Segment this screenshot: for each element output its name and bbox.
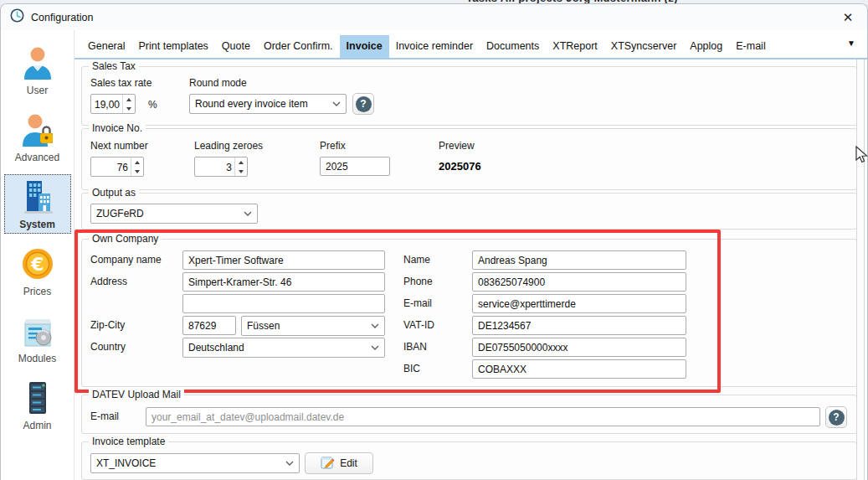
address-line1-input[interactable] — [182, 272, 385, 292]
tab-general[interactable]: General — [81, 35, 131, 58]
chevron-down-icon — [239, 211, 257, 216]
stepper-down-icon[interactable] — [123, 104, 135, 113]
zip-input[interactable] — [182, 316, 236, 335]
leading-zeroes-value: 3 — [195, 157, 234, 176]
tab-invoice[interactable]: Invoice — [340, 35, 389, 58]
next-number-label: Next number — [90, 140, 148, 152]
datev-help-button[interactable]: ? — [825, 406, 847, 428]
output-as-value: ZUGFeRD — [91, 208, 239, 219]
edit-button-label: Edit — [340, 457, 357, 469]
stepper-buttons[interactable] — [131, 157, 143, 176]
tab-print-templates[interactable]: Print templates — [131, 35, 214, 58]
scrollbar-track[interactable] — [856, 59, 865, 480]
tab-quote[interactable]: Quote — [215, 35, 257, 58]
leading-zeroes-stepper[interactable]: 3 — [194, 157, 248, 177]
edit-pencil-icon — [321, 455, 335, 472]
sidebar-item-modules[interactable]: Modules — [4, 308, 71, 368]
city-select[interactable]: Füssen — [241, 316, 385, 336]
invoice-settings-panel: Sales Tax Sales tax rate 19,00 % Round m… — [74, 58, 867, 480]
leading-zeroes-label: Leading zeroes — [194, 140, 263, 152]
stepper-up-icon[interactable] — [131, 157, 143, 167]
window-body: User Advanced — [1, 30, 867, 480]
stepper-up-icon[interactable] — [123, 95, 135, 104]
chevron-down-icon — [366, 323, 384, 328]
chevron-down-icon — [280, 461, 299, 466]
contact-name-input[interactable] — [472, 250, 686, 270]
output-as-select[interactable]: ZUGFeRD — [90, 204, 258, 224]
country-select[interactable]: Deutschland — [182, 338, 385, 358]
sidebar-item-advanced[interactable]: Advanced — [4, 107, 71, 167]
iban-input[interactable] — [472, 338, 686, 357]
city-value: Füssen — [242, 320, 366, 332]
bic-input[interactable] — [472, 359, 686, 379]
group-title: Own Company — [89, 233, 162, 245]
round-mode-select[interactable]: Round every invoice item — [189, 94, 347, 114]
preview-label: Preview — [439, 140, 475, 152]
group-title: Invoice No. — [89, 122, 146, 134]
vat-id-label: VAT-ID — [403, 319, 434, 331]
tab-invoice-reminder[interactable]: Invoice reminder — [389, 35, 480, 58]
datev-email-label: E-mail — [90, 410, 119, 422]
sales-tax-rate-stepper[interactable]: 19,00 — [90, 94, 136, 114]
contact-name-label: Name — [403, 254, 430, 266]
stepper-down-icon[interactable] — [131, 167, 143, 176]
output-as-group: Output as ZUGFeRD — [81, 193, 857, 230]
chevron-down-icon — [327, 101, 346, 106]
invoice-template-value: XT_INVOICE — [91, 457, 280, 469]
company-email-label: E-mail — [403, 297, 432, 309]
tab-order-confirm[interactable]: Order Confirm. — [257, 35, 340, 58]
screen: Tasks All projects Jörg Mustermann (z) C… — [0, 0, 868, 480]
configuration-window: Configuration ✕ User — [0, 3, 868, 480]
stepper-buttons[interactable] — [234, 157, 247, 176]
tab-email[interactable]: E-mail — [729, 35, 772, 58]
sales-tax-group: Sales Tax Sales tax rate 19,00 % Round m… — [81, 66, 857, 126]
stepper-up-icon[interactable] — [235, 157, 247, 167]
tab-overflow-icon[interactable]: ▼ — [847, 39, 855, 48]
tab-bar: General Print templates Quote Order Conf… — [74, 30, 867, 58]
tab-applog[interactable]: Applog — [683, 35, 729, 58]
sidebar-item-admin[interactable]: Admin — [4, 375, 71, 435]
group-title: Output as — [89, 187, 139, 199]
datev-upload-mail-group: DATEV Upload Mail E-mail ? — [81, 395, 857, 434]
stepper-buttons[interactable] — [122, 95, 135, 113]
round-mode-value: Round every invoice item — [190, 98, 327, 110]
company-email-input[interactable] — [472, 294, 686, 313]
sidebar-item-label: Advanced — [15, 152, 59, 163]
round-mode-help-button[interactable]: ? — [352, 93, 374, 115]
prefix-input[interactable] — [320, 157, 390, 176]
tab-xtreport[interactable]: XTReport — [546, 35, 604, 58]
phone-input[interactable] — [472, 272, 686, 292]
address-label: Address — [90, 276, 127, 287]
euro-coin-icon: € — [20, 245, 55, 282]
company-name-label: Company name — [90, 254, 162, 266]
zip-city-label: Zip-City — [90, 319, 125, 331]
chevron-down-icon — [366, 345, 384, 350]
phone-label: Phone — [403, 276, 433, 287]
tab-xtsyncserver[interactable]: XTSyncserver — [604, 35, 684, 58]
sidebar-item-user[interactable]: User — [4, 40, 71, 100]
round-mode-label: Round mode — [189, 77, 247, 89]
company-name-input[interactable] — [182, 250, 385, 270]
titlebar: Configuration ✕ — [1, 4, 867, 30]
tab-documents[interactable]: Documents — [480, 35, 546, 58]
sidebar-item-prices[interactable]: € Prices — [4, 241, 71, 301]
address-line2-input[interactable] — [182, 294, 385, 313]
next-number-stepper[interactable]: 76 — [90, 157, 144, 177]
sidebar-item-system[interactable]: System — [4, 174, 71, 234]
sidebar-item-label: Admin — [23, 420, 51, 431]
datev-email-input[interactable] — [146, 407, 820, 426]
invoice-template-select[interactable]: XT_INVOICE — [90, 453, 300, 473]
preview-value: 2025076 — [439, 160, 481, 173]
help-icon: ? — [829, 410, 845, 426]
sidebar-item-label: Modules — [18, 353, 56, 364]
iban-label: IBAN — [403, 341, 427, 353]
sidebar-item-label: User — [27, 85, 48, 96]
close-icon[interactable]: ✕ — [840, 10, 855, 25]
stepper-down-icon[interactable] — [235, 167, 247, 176]
user-icon — [20, 44, 55, 81]
percent-label: % — [148, 99, 157, 111]
group-title: Sales Tax — [89, 60, 139, 72]
sidebar-item-label: System — [19, 219, 55, 230]
vat-id-input[interactable] — [472, 316, 686, 335]
edit-button[interactable]: Edit — [305, 452, 373, 474]
